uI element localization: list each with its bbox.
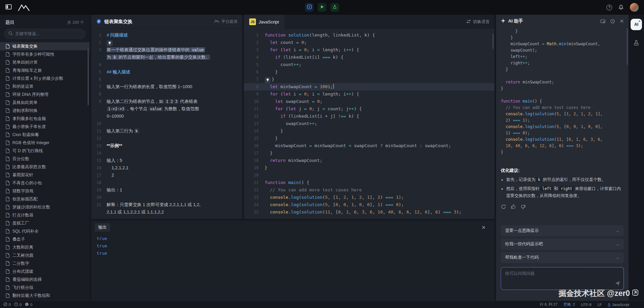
sidebar-item[interactable]: SQL 代码补全 — [0, 227, 90, 235]
feedback-tool-button[interactable] — [633, 40, 640, 47]
close-ai-icon[interactable] — [620, 19, 624, 23]
indentation-setting[interactable]: 空格: 2 — [564, 302, 575, 307]
sidebar-item[interactable]: 二分数字 — [0, 259, 90, 267]
code-line[interactable]: 5 count++; — [244, 61, 494, 68]
code-line[interactable]: 25 console.log(solution(11, [6, 1, 6, 3,… — [244, 208, 494, 216]
code-line[interactable]: 16 minSwapCount = minSwapCount < swapCou… — [244, 142, 494, 149]
eol-setting[interactable]: LF — [597, 303, 602, 307]
code-line[interactable]: 3 for (let i = 0; i < length; i++) { — [244, 46, 494, 54]
sidebar-item[interactable]: 最小替换子串长度 — [0, 123, 90, 131]
error-count[interactable]: 0 — [3, 302, 11, 307]
ai-question-input[interactable] — [501, 267, 624, 290]
code-line[interactable]: 1function solution(length, linkedList, k… — [244, 32, 494, 39]
ai-suggestion-chip[interactable]: 需要一点思路提示→ — [501, 225, 624, 236]
sidebar-item[interactable]: 猜数字游戏 — [0, 187, 90, 195]
sidebar-item[interactable]: 字符串有多少种可能性 — [0, 50, 90, 58]
user-avatar[interactable] — [630, 3, 639, 12]
sidebar-toggle-button[interactable] — [5, 4, 12, 11]
editor-body[interactable]: 1function solution(length, linkedList, k… — [244, 29, 494, 219]
warning-count[interactable]: 0 — [14, 302, 21, 307]
code-line[interactable]: 20 — [244, 172, 494, 179]
sidebar-item[interactable]: 蛋糕工厂 — [0, 219, 90, 227]
send-button[interactable] — [615, 281, 621, 287]
ai-hint-bulb-icon[interactable] — [265, 77, 271, 83]
debug-button[interactable] — [305, 3, 314, 12]
sidebar-item[interactable]: 大数和距离 — [0, 243, 90, 251]
sidebar-item[interactable]: 简单四则计算 — [0, 58, 90, 66]
sidebar-item[interactable]: 二叉树供题 — [0, 251, 90, 259]
code-line[interactable]: 12 if (linkedList[i + j] !== k) { — [244, 113, 494, 120]
editor-scrollbar[interactable] — [492, 34, 494, 49]
sidebar-item[interactable]: 翻转后最大子数组和 — [0, 292, 90, 300]
thumbs-down-icon[interactable] — [521, 204, 526, 209]
sidebar-item[interactable]: 青海湖租车之旅 — [0, 66, 90, 74]
sidebar-item[interactable]: Cion 勒索病毒 — [0, 131, 90, 139]
code-line[interactable]: 24 console.log(solution(5, [0, 0, 1, 0, … — [244, 201, 494, 208]
history-icon[interactable] — [610, 19, 615, 24]
code-line[interactable]: 21function main() { — [244, 179, 494, 186]
test-button[interactable] — [330, 3, 339, 12]
close-output-icon[interactable]: ✕ — [481, 225, 486, 230]
code-line[interactable]: 8 let minSwapCount = 1001; — [244, 83, 494, 90]
sidebar-item[interactable]: 可 D 的飞行路线 — [0, 147, 90, 155]
sidebar-item[interactable]: 比赛最高获胜次数 — [0, 163, 90, 171]
sidebar-item[interactable]: 不再贪心的小包 — [0, 179, 90, 187]
sidebar-item[interactable]: 链表聚集交换 — [0, 42, 90, 50]
ai-suggestion-chip[interactable]: 帮我检查一下代码→ — [501, 252, 624, 263]
output-tab[interactable]: 输出 — [95, 223, 110, 232]
code-line[interactable]: 2 let count = 0; — [244, 39, 494, 46]
code-line[interactable]: 7} — [244, 76, 494, 83]
code-line[interactable]: 9 for (let i = 0; i < length; i++) { — [244, 90, 494, 98]
tab-javascript[interactable]: JS JavaScript — [244, 15, 284, 29]
sidebar-item[interactable]: 暴雨梨花针 — [0, 171, 90, 179]
sidebar-item[interactable]: 叠盘子 — [0, 235, 90, 243]
code-line[interactable]: 22 // You can add more test cases here — [244, 186, 494, 194]
help-button[interactable]: ? — [606, 5, 612, 10]
sidebar-scrollbar[interactable] — [88, 48, 89, 105]
sidebar-item[interactable]: 环状 DNA 序列整理 — [0, 90, 90, 99]
sidebar-item[interactable]: 进制求和转换 — [0, 107, 90, 115]
app-logo-icon[interactable] — [18, 3, 30, 11]
switch-language-button[interactable]: 切换语言 — [462, 15, 494, 29]
ai-input-box[interactable] — [501, 267, 624, 290]
sidebar-item[interactable]: 创意标题匹配 — [0, 195, 90, 203]
sidebar-item[interactable]: 打点计数器 — [0, 211, 90, 219]
ai-scrollbar[interactable] — [627, 28, 628, 65]
encoding-setting[interactable]: UTF-8 — [581, 303, 591, 307]
notifications-button[interactable] — [618, 4, 624, 11]
code-line[interactable]: 4 if (linkedList[i] === k) { — [244, 54, 494, 61]
code-line[interactable]: 14 } — [244, 127, 494, 135]
code-line[interactable]: 6 } — [244, 68, 494, 76]
cursor-position[interactable]: 行 8, 列 27 — [540, 302, 557, 307]
code-line[interactable]: 23 console.log(solution(5, [1, 2, 1, 2, … — [244, 194, 494, 201]
language-mode[interactable]: {} JavaScript — [608, 303, 629, 307]
sidebar-item[interactable]: 穿越沙漠的补给次数 — [0, 203, 90, 211]
sidebar-item[interactable]: 拿到最多红包金额 — [0, 115, 90, 123]
sidebar-item[interactable]: 飞行棋分组 — [0, 284, 90, 292]
code-line[interactable]: 10 let swapCount = 0; — [244, 98, 494, 105]
ai-assistant-fab[interactable]: AI ✦ — [631, 19, 642, 30]
regenerate-icon[interactable] — [501, 204, 506, 209]
run-button[interactable] — [318, 3, 326, 12]
sidebar-item[interactable]: 番茄编辑的选择 — [0, 275, 90, 284]
insert-code-icon[interactable] — [600, 19, 605, 24]
thumbs-up-icon[interactable] — [511, 204, 516, 209]
hint-count[interactable]: 0 — [25, 302, 32, 307]
code-line[interactable]: 13 swapCount++; — [244, 120, 494, 127]
code-line[interactable]: 17 } — [244, 149, 494, 157]
sidebar-item[interactable]: 和的逆运算 — [0, 82, 90, 90]
code-line[interactable]: 19} — [244, 164, 494, 172]
sidebar-item[interactable]: 及格如此简单 — [0, 99, 90, 107]
search-input[interactable] — [15, 32, 81, 36]
code-line[interactable]: 11 for (let j = 0; j < count; j++) { — [244, 105, 494, 113]
ai-hint-bulb-icon[interactable] — [107, 40, 113, 46]
sidebar-item[interactable]: 计算位置 x 到 y 的最少步数 — [0, 74, 90, 82]
ai-suggestion-chip[interactable]: 给我一些代码提示吧→ — [501, 239, 624, 250]
code-line[interactable]: 15 } — [244, 135, 494, 142]
code-line[interactable]: 18 return minSwapCount; — [244, 157, 494, 164]
sidebar-item[interactable]: 分布式团建 — [0, 267, 90, 275]
sidebar-item[interactable]: RGB 色值转 Integer — [0, 139, 90, 147]
search-box[interactable] — [4, 29, 86, 39]
ai-message-area[interactable]: } } minSwapCount = Math.min(minSwapCount… — [496, 25, 629, 225]
sidebar-item[interactable]: 百分位数 — [0, 155, 90, 163]
